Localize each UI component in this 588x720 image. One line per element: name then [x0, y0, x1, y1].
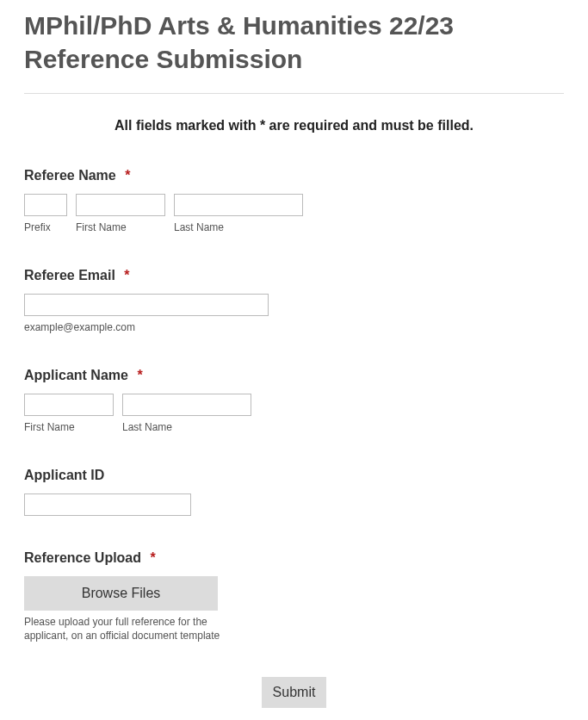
divider — [24, 93, 564, 94]
applicant-name-row: First Name Last Name — [24, 394, 564, 433]
label-text: Referee Name — [24, 168, 116, 183]
app-lastname-sublabel: Last Name — [122, 421, 251, 433]
label-text: Applicant ID — [24, 468, 104, 482]
app-lastname-col: Last Name — [122, 394, 251, 433]
referee-email-group: Referee Email * example@example.com — [24, 268, 564, 333]
label-text: Reference Upload — [24, 550, 141, 565]
referee-lastname-input[interactable] — [174, 194, 303, 216]
lastname-col: Last Name — [174, 194, 303, 233]
required-star: * — [137, 368, 142, 382]
referee-name-group: Referee Name * Prefix First Name Last Na… — [24, 168, 564, 233]
required-star: * — [125, 168, 130, 183]
prefix-sublabel: Prefix — [24, 221, 67, 233]
referee-firstname-input[interactable] — [76, 194, 165, 216]
app-firstname-sublabel: First Name — [24, 421, 114, 433]
firstname-sublabel: First Name — [76, 221, 165, 233]
applicant-lastname-input[interactable] — [122, 394, 251, 416]
submit-row: Submit — [24, 677, 564, 708]
firstname-col: First Name — [76, 194, 165, 233]
applicant-firstname-input[interactable] — [24, 394, 114, 416]
applicant-id-input[interactable] — [24, 493, 191, 516]
referee-email-input[interactable] — [24, 294, 269, 316]
applicant-name-label: Applicant Name * — [24, 368, 564, 383]
app-firstname-col: First Name — [24, 394, 114, 433]
applicant-id-group: Applicant ID — [24, 468, 564, 516]
referee-name-label: Referee Name * — [24, 168, 564, 183]
upload-hint: Please upload your full reference for th… — [24, 616, 222, 642]
label-text: Applicant Name — [24, 368, 128, 382]
label-text: Referee Email — [24, 268, 115, 282]
reference-upload-group: Reference Upload * Browse Files Please u… — [24, 550, 564, 642]
prefix-col: Prefix — [24, 194, 67, 233]
email-hint: example@example.com — [24, 321, 564, 333]
browse-files-button[interactable]: Browse Files — [24, 576, 218, 611]
referee-email-label: Referee Email * — [24, 268, 564, 283]
applicant-id-label: Applicant ID — [24, 468, 564, 483]
applicant-name-group: Applicant Name * First Name Last Name — [24, 368, 564, 433]
referee-prefix-input[interactable] — [24, 194, 67, 216]
submit-button[interactable]: Submit — [262, 677, 326, 708]
lastname-sublabel: Last Name — [174, 221, 303, 233]
required-star: * — [151, 550, 156, 565]
referee-name-row: Prefix First Name Last Name — [24, 194, 564, 233]
reference-upload-label: Reference Upload * — [24, 550, 564, 566]
required-star: * — [124, 268, 129, 282]
required-notice: All fields marked with * are required an… — [24, 118, 564, 133]
form-title: MPhil/PhD Arts & Humanities 22/23 Refere… — [24, 9, 564, 76]
